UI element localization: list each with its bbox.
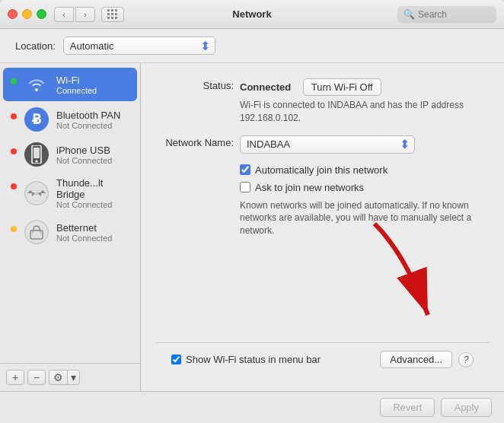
window-title: Network xyxy=(232,8,271,20)
status-dot-wifi xyxy=(11,78,17,84)
search-icon: 🔍 xyxy=(404,9,415,20)
sidebar-list: Wi-Fi Connected Ƀ Bluetooth PAN Not Conn… xyxy=(0,63,140,363)
sidebar-item-betternet[interactable]: Betternet Not Connected xyxy=(3,215,137,249)
minimize-button[interactable] xyxy=(22,9,32,19)
iphone-item-name: iPhone USB xyxy=(56,145,129,156)
status-connected-text: Connected xyxy=(240,81,291,93)
auto-join-row: Automatically join this network xyxy=(156,164,489,176)
thunderbolt-item-status: Not Connected xyxy=(56,200,129,209)
status-dot-betternet xyxy=(11,226,17,232)
titlebar: ‹ › Network 🔍 xyxy=(0,0,504,29)
apply-button[interactable]: Apply xyxy=(441,398,492,417)
bottom-right-controls: Advanced... ? xyxy=(380,351,474,368)
status-dot-iphone xyxy=(11,148,17,154)
wifi-icon xyxy=(24,72,49,97)
status-label: Status: xyxy=(156,78,240,91)
back-button[interactable]: ‹ xyxy=(54,7,74,22)
show-wifi-checkbox[interactable] xyxy=(171,355,181,364)
svg-text:⟺: ⟺ xyxy=(32,190,41,197)
location-arrow-icon: ⬍ xyxy=(200,39,210,53)
status-dot-thunderbolt xyxy=(11,183,17,189)
betternet-item-name: Betternet xyxy=(56,222,129,234)
network-select[interactable]: INDABAA ⬍ xyxy=(240,135,415,154)
sidebar-item-iphone[interactable]: iPhone USB Not Connected xyxy=(3,138,137,171)
ask-join-row: Ask to join new networks xyxy=(156,182,489,193)
wifi-item-status: Connected xyxy=(56,86,129,95)
remove-button[interactable]: − xyxy=(27,370,46,385)
add-button[interactable]: + xyxy=(6,370,24,385)
traffic-lights xyxy=(8,9,46,19)
gear-dropdown-button[interactable]: ▾ xyxy=(67,370,80,385)
svg-point-2 xyxy=(36,161,38,163)
bottom-bar: Show Wi-Fi status in menu bar Advanced..… xyxy=(156,342,489,376)
window-footer: Revert Apply xyxy=(0,391,504,423)
network-window: ‹ › Network 🔍 Location: Automatic ⬍ xyxy=(0,0,504,423)
auto-join-checkbox[interactable] xyxy=(240,164,250,175)
status-detail-text: Wi-Fi is connected to INDABAA and has th… xyxy=(240,99,489,125)
sidebar-item-wifi[interactable]: Wi-Fi Connected xyxy=(3,68,137,101)
gear-button[interactable]: ⚙ xyxy=(49,370,67,385)
thunderbolt-item-text: Thunde...lt Bridge Not Connected xyxy=(56,177,129,209)
bluetooth-item-name: Bluetooth PAN xyxy=(56,110,129,121)
ask-join-label[interactable]: Ask to join new networks xyxy=(255,182,364,193)
search-input[interactable] xyxy=(418,9,490,20)
network-name-row: Network Name: INDABAA ⬍ xyxy=(156,135,489,154)
iphone-icon xyxy=(24,142,49,167)
show-wifi-row: Show Wi-Fi status in menu bar xyxy=(171,354,321,365)
grid-dots-icon xyxy=(107,9,118,20)
bluetooth-item-status: Not Connected xyxy=(56,121,129,130)
network-arrow-icon: ⬍ xyxy=(400,137,410,151)
vpn-icon xyxy=(24,220,49,244)
iphone-item-status: Not Connected xyxy=(56,156,129,165)
detail-panel: Status: Connected Turn Wi-Fi Off Wi-Fi i… xyxy=(141,63,504,391)
show-wifi-label[interactable]: Show Wi-Fi status in menu bar xyxy=(186,354,321,365)
nav-buttons: ‹ › xyxy=(54,7,95,22)
network-name-value: INDABAA ⬍ xyxy=(240,135,489,154)
advanced-button[interactable]: Advanced... xyxy=(380,351,452,368)
close-button[interactable] xyxy=(8,9,18,19)
thunderbolt-item-name: Thunde...lt Bridge xyxy=(56,177,129,200)
thunderbolt-icon: ⟺ xyxy=(24,181,49,205)
betternet-item-text: Betternet Not Connected xyxy=(56,222,129,243)
location-value: Automatic xyxy=(70,40,200,52)
betternet-item-status: Not Connected xyxy=(56,234,129,243)
forward-button[interactable]: › xyxy=(75,7,95,22)
bluetooth-item-text: Bluetooth PAN Not Connected xyxy=(56,110,129,130)
turn-wifi-button[interactable]: Turn Wi-Fi Off xyxy=(303,78,381,96)
help-button[interactable]: ? xyxy=(458,352,474,367)
sidebar-item-bluetooth[interactable]: Ƀ Bluetooth PAN Not Connected xyxy=(3,103,137,136)
svg-rect-1 xyxy=(33,148,40,158)
main-content: Wi-Fi Connected Ƀ Bluetooth PAN Not Conn… xyxy=(0,63,504,391)
revert-button[interactable]: Revert xyxy=(380,398,435,417)
app-grid-button[interactable] xyxy=(101,7,124,22)
sidebar: Wi-Fi Connected Ƀ Bluetooth PAN Not Conn… xyxy=(0,63,141,391)
gear-group: ⚙ ▾ xyxy=(49,370,80,385)
search-box[interactable]: 🔍 xyxy=(397,6,496,23)
auto-join-label[interactable]: Automatically join this network xyxy=(255,164,388,176)
sidebar-item-thunderbolt[interactable]: ⟺ Thunde...lt Bridge Not Connected xyxy=(3,173,137,214)
status-row: Status: Connected Turn Wi-Fi Off Wi-Fi i… xyxy=(156,78,489,125)
svg-rect-4 xyxy=(30,231,43,239)
sidebar-footer: + − ⚙ ▾ xyxy=(0,363,140,391)
status-dot-bluetooth xyxy=(11,113,17,119)
wifi-item-name: Wi-Fi xyxy=(56,75,129,86)
bluetooth-icon: Ƀ xyxy=(24,107,49,132)
network-name-label: Network Name: xyxy=(156,135,240,148)
wifi-item-text: Wi-Fi Connected xyxy=(56,75,129,95)
status-value-area: Connected Turn Wi-Fi Off Wi-Fi is connec… xyxy=(240,78,489,125)
location-label: Location: xyxy=(15,40,56,52)
location-select[interactable]: Automatic ⬍ xyxy=(63,37,215,55)
ask-join-checkbox[interactable] xyxy=(240,182,250,192)
iphone-item-text: iPhone USB Not Connected xyxy=(56,145,129,165)
network-select-text: INDABAA xyxy=(247,138,400,150)
ask-join-description: Known networks will be joined automatica… xyxy=(156,199,489,237)
location-bar: Location: Automatic ⬍ xyxy=(0,29,504,63)
maximize-button[interactable] xyxy=(37,9,46,19)
